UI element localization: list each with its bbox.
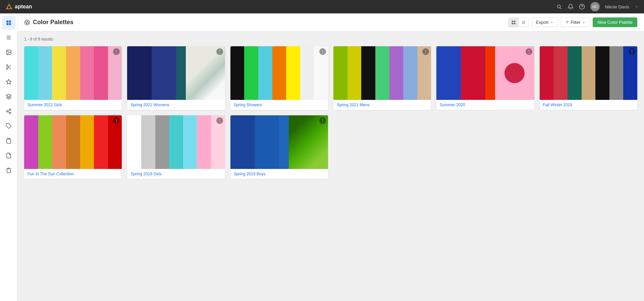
- svg-line-24: [8, 110, 9, 111]
- palette-menu-button[interactable]: ⋮: [216, 117, 223, 124]
- view-toggle: [508, 18, 529, 27]
- svg-point-21: [6, 111, 8, 112]
- app-logo[interactable]: aptean: [5, 3, 32, 10]
- sidebar-item-share[interactable]: [2, 105, 15, 118]
- color-swatch: [80, 46, 94, 100]
- palette-preview: ⋮: [540, 46, 637, 100]
- sidebar-item-tag[interactable]: [2, 119, 15, 133]
- app-name: aptean: [15, 4, 32, 10]
- color-swatch: [169, 115, 183, 169]
- palette-card[interactable]: ⋮Spring Showers: [230, 46, 328, 110]
- svg-rect-32: [512, 20, 513, 22]
- palette-card[interactable]: ⋮Spring 2019 Girls: [127, 115, 225, 179]
- palette-info: Spring 2021 Womens: [127, 100, 225, 110]
- svg-rect-35: [514, 23, 515, 24]
- svg-rect-5: [9, 20, 11, 22]
- svg-point-22: [9, 112, 11, 114]
- palette-card[interactable]: ⋮Spring 2021 Mens: [333, 46, 431, 110]
- palette-preview: ⋮: [24, 115, 122, 169]
- svg-point-29: [27, 21, 28, 21]
- color-swatch: [66, 115, 80, 169]
- color-swatch: [127, 115, 141, 169]
- color-swatch: [300, 46, 314, 100]
- user-name[interactable]: Nikole Davis: [605, 4, 629, 9]
- color-swatch: [461, 46, 485, 100]
- color-swatch: [347, 46, 362, 100]
- color-swatch: [258, 46, 272, 100]
- palette-info: Summer 2022 Girls: [24, 100, 122, 110]
- chevron-down-icon: [635, 5, 639, 9]
- sidebar-item-clipboard[interactable]: [2, 134, 15, 147]
- bell-icon[interactable]: [568, 4, 574, 10]
- palette-info: Summer 2020: [436, 100, 534, 110]
- palette-menu-button[interactable]: ⋮: [216, 48, 223, 55]
- palette-menu-button[interactable]: ⋮: [629, 48, 635, 55]
- svg-point-13: [6, 65, 8, 66]
- aptean-logo-icon: [5, 3, 13, 10]
- svg-rect-6: [6, 23, 8, 25]
- palette-info: Spring Showers: [230, 100, 328, 110]
- color-swatch: [436, 46, 461, 100]
- header-actions: Export Filter New Color Palette: [508, 17, 637, 27]
- color-swatch: [94, 46, 108, 100]
- export-button[interactable]: Export: [532, 17, 558, 27]
- sidebar-item-scissors[interactable]: [2, 60, 15, 74]
- results-area: 1 - 9 of 9 results ⋮Summer 2022 Girls⋮Sp…: [17, 32, 644, 301]
- palette-info: Spring 2021 Mens: [333, 100, 431, 110]
- palette-name: Spring 2021 Mens: [337, 103, 428, 107]
- grid-view-button[interactable]: [508, 18, 519, 27]
- palette-preview: ⋮: [436, 46, 534, 100]
- palette-name: Fall Winter 2019: [543, 103, 634, 107]
- palette-card[interactable]: ⋮Summer 2022 Girls: [24, 46, 122, 110]
- sidebar-item-trash[interactable]: [2, 164, 15, 177]
- color-swatch: [94, 115, 108, 169]
- palette-card[interactable]: ⋮Fall Winter 2019: [540, 46, 637, 110]
- palette-menu-button[interactable]: ⋮: [319, 117, 326, 124]
- palette-name: Summer 2020: [440, 103, 531, 107]
- svg-rect-26: [8, 138, 10, 139]
- color-swatch: [230, 115, 255, 169]
- color-swatch: [197, 115, 211, 169]
- palette-card[interactable]: ⋮Summer 2020: [436, 46, 534, 110]
- color-swatch: [333, 46, 347, 100]
- color-swatch: [582, 46, 596, 100]
- palette-card[interactable]: ⋮Spring 2019 Boys: [230, 115, 328, 179]
- palette-card[interactable]: ⋮Fun In The Sun Collection: [24, 115, 122, 179]
- color-swatch: [375, 46, 389, 100]
- palette-preview: ⋮: [230, 115, 328, 169]
- color-swatch: [155, 115, 169, 169]
- palette-name: Spring 2019 Girls: [130, 172, 221, 176]
- svg-point-27: [25, 20, 30, 25]
- palette-menu-button[interactable]: ⋮: [319, 48, 326, 55]
- search-icon[interactable]: [556, 4, 562, 10]
- palette-menu-button[interactable]: ⋮: [526, 48, 532, 55]
- sidebar-item-note[interactable]: [2, 149, 15, 162]
- color-swatch: [66, 46, 80, 100]
- new-palette-button[interactable]: New Color Palette: [593, 17, 637, 27]
- palette-info: Fall Winter 2019: [540, 100, 637, 110]
- svg-point-31: [26, 23, 27, 23]
- results-count: 1 - 9 of 9 results: [24, 37, 637, 42]
- color-swatch: [230, 46, 245, 100]
- palette-info: Spring 2019 Boys: [230, 169, 328, 179]
- color-swatch: [141, 115, 155, 169]
- color-swatch: [595, 46, 609, 100]
- svg-point-30: [28, 22, 29, 23]
- list-view-button[interactable]: [519, 18, 529, 27]
- color-swatch: [255, 115, 279, 169]
- palette-preview: ⋮: [127, 46, 225, 100]
- help-icon[interactable]: [579, 4, 585, 10]
- palette-preview: ⋮: [127, 115, 225, 169]
- palette-card[interactable]: ⋮Spring 2021 Womens: [127, 46, 225, 110]
- sidebar-item-list[interactable]: [2, 31, 15, 44]
- sidebar-item-star[interactable]: [2, 75, 15, 88]
- palette-icon: [24, 19, 30, 25]
- color-swatch: [24, 115, 38, 169]
- color-swatch: [568, 46, 582, 100]
- sidebar-item-layers[interactable]: [2, 90, 15, 103]
- sidebar-item-image[interactable]: [2, 46, 15, 59]
- svg-point-20: [9, 109, 11, 111]
- filter-button[interactable]: Filter: [561, 17, 590, 27]
- color-swatch: [52, 46, 66, 100]
- sidebar-item-palettes[interactable]: [2, 16, 15, 29]
